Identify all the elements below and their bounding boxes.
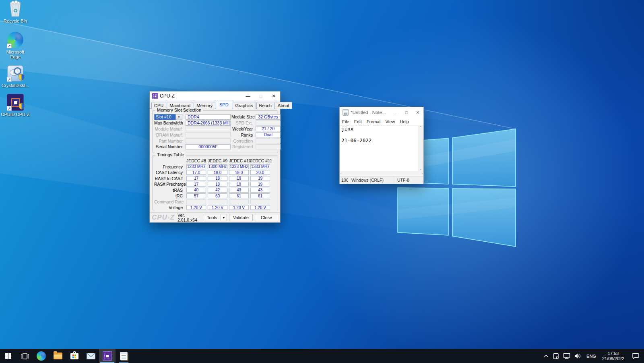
timings-cell[interactable]: 17 <box>186 182 206 187</box>
week-year-field[interactable]: 21 / 20 <box>256 126 281 131</box>
taskbar-edge-button[interactable] <box>33 349 50 363</box>
field-label: Registered <box>231 144 255 149</box>
tab-graphics[interactable]: Graphics <box>233 102 256 109</box>
timings-row-label: RAS# to CAS# <box>154 176 185 181</box>
desktop-icon-crystaldiskinfo[interactable]: ↗ CrystalDiskI... <box>0 64 31 88</box>
tab-about[interactable]: About <box>275 102 292 109</box>
close-app-button[interactable]: Close <box>255 214 278 221</box>
timings-cell[interactable]: 20.0 <box>250 170 270 175</box>
notepad-titlebar[interactable]: *Untitled - Note... — □ ✕ <box>340 107 423 118</box>
part-number-field <box>186 138 231 143</box>
timings-cell[interactable]: 1300 MHz <box>208 164 227 169</box>
timings-cell[interactable]: 1.20 V <box>208 205 227 210</box>
notepad-statusbar: 100% Windows (CRLF) UTF-8 <box>340 176 423 184</box>
scroll-down-icon[interactable]: ⌄ <box>419 167 422 171</box>
task-view-button[interactable] <box>17 349 33 363</box>
start-button[interactable] <box>0 349 17 363</box>
taskbar-store-button[interactable] <box>66 349 83 363</box>
timings-cell[interactable]: 19.0 <box>229 170 249 175</box>
cpuz-footer: CPU-Z Ver. 2.01.0.x64 Tools ▼ Validate C… <box>150 213 280 222</box>
clock[interactable]: 17:53 21/06/2022 <box>599 349 627 363</box>
recycle-bin-icon: ♻ <box>6 0 24 18</box>
action-center-button[interactable] <box>627 349 644 363</box>
timings-cell[interactable]: 1333 MHz <box>250 164 270 169</box>
desktop-icon-cpuz[interactable]: ↗ CPUID CPU-Z <box>0 93 31 117</box>
tools-button[interactable]: Tools <box>203 214 221 221</box>
tray-volume-button[interactable] <box>572 349 583 363</box>
group-title: Memory Slot Selection <box>155 108 203 112</box>
timings-cell[interactable]: 61 <box>229 193 249 198</box>
desktop-icon-label: CrystalDiskI... <box>2 83 29 88</box>
menu-file[interactable]: File <box>340 119 352 124</box>
timings-cell[interactable]: 42 <box>208 188 227 193</box>
maximize-button[interactable]: □ <box>401 110 412 115</box>
timings-cell[interactable]: 18 <box>208 182 227 187</box>
menu-help[interactable]: Help <box>397 119 411 124</box>
timings-cell[interactable]: 43 <box>250 188 270 193</box>
timings-cell[interactable]: 60 <box>208 193 227 198</box>
timings-table-group: Timings Table JEDEC #8 JEDEC #9 JEDEC #1… <box>152 155 278 210</box>
field-label: Part Number <box>154 139 185 143</box>
timings-cell[interactable]: 17.0 <box>186 170 206 175</box>
taskbar-cpuz-button[interactable] <box>99 349 116 363</box>
timings-cell[interactable]: 40 <box>186 188 206 193</box>
tray-network-button[interactable] <box>561 349 572 363</box>
chevron-down-icon[interactable]: ▼ <box>175 114 182 120</box>
tab-spd[interactable]: SPD <box>216 101 232 109</box>
serial-number-field[interactable]: 0000005F <box>186 144 231 149</box>
desktop-icon-recycle-bin[interactable]: ♻ Recycle Bin <box>0 0 31 24</box>
scroll-up-icon[interactable]: ⌃ <box>419 126 422 130</box>
timings-cell[interactable]: 1233 MHz <box>186 164 206 169</box>
timings-cell[interactable]: 19 <box>229 176 249 181</box>
scroll-right-icon[interactable]: › <box>421 172 423 176</box>
timings-cell[interactable]: 61 <box>250 193 270 198</box>
taskbar-file-explorer-button[interactable] <box>50 349 66 363</box>
minimize-button[interactable]: — <box>242 93 254 98</box>
timings-cell[interactable]: 1333 MHz <box>229 164 249 169</box>
registered-field <box>256 144 281 149</box>
module-type-field[interactable]: DDR4 <box>186 114 231 120</box>
timings-cell[interactable]: 1.20 V <box>186 205 206 210</box>
field-label: Serial Number <box>154 144 185 149</box>
timings-cell[interactable]: 1.20 V <box>250 205 270 210</box>
timings-row-label: Frequency <box>154 164 185 169</box>
timings-cell[interactable]: 19 <box>250 176 270 181</box>
tray-device-button[interactable] <box>551 349 561 363</box>
timings-cell[interactable]: 17 <box>186 176 206 181</box>
timings-cell[interactable]: 19 <box>250 182 270 187</box>
scroll-left-icon[interactable]: ‹ <box>341 172 342 176</box>
minimize-button[interactable]: — <box>390 110 401 115</box>
vertical-scrollbar[interactable]: ⌃ ⌄ <box>418 126 423 171</box>
edge-icon <box>37 351 46 361</box>
close-button[interactable]: ✕ <box>412 110 423 115</box>
timings-cell[interactable]: 57 <box>186 193 206 198</box>
timings-row-label: CAS# Latency <box>154 170 185 175</box>
desktop-icon-edge[interactable]: ↗ Microsoft Edge <box>0 31 31 60</box>
ranks-field[interactable]: Dual <box>256 132 281 137</box>
module-size-field[interactable]: 32 GBytes <box>256 114 281 120</box>
timings-cell[interactable]: 1.20 V <box>229 205 249 210</box>
timings-cell[interactable]: 19 <box>229 182 249 187</box>
menu-edit[interactable]: Edit <box>352 119 364 124</box>
timings-cell[interactable]: 43 <box>229 188 249 193</box>
taskbar-mail-button[interactable] <box>83 349 99 363</box>
tools-dropdown-arrow[interactable]: ▼ <box>221 214 227 221</box>
field-label: Max Bandwidth <box>154 120 185 125</box>
menu-format[interactable]: Format <box>364 119 383 124</box>
timings-cell[interactable]: 18 <box>208 176 227 181</box>
tray-chevron-up[interactable] <box>542 349 551 363</box>
validate-button[interactable]: Validate <box>229 214 253 221</box>
horizontal-scrollbar[interactable]: ‹ › <box>340 171 423 176</box>
cpuz-titlebar[interactable]: CPU-Z — □ ✕ <box>150 91 280 100</box>
taskbar-notepad-button[interactable] <box>116 349 132 363</box>
tab-bench[interactable]: Bench <box>256 102 275 109</box>
language-indicator[interactable]: ENG <box>583 349 599 363</box>
timings-cell[interactable]: 18.0 <box>208 170 227 175</box>
menu-view[interactable]: View <box>383 119 398 124</box>
slot-select-dropdown[interactable]: Slot #10 ▼ <box>154 114 182 120</box>
notepad-text-area[interactable]: jinx 21-06-2022 <box>340 126 418 171</box>
speaker-icon <box>574 353 581 359</box>
max-bandwidth-field[interactable]: DDR4-2666 (1333 MHz) <box>186 120 231 126</box>
close-button[interactable]: ✕ <box>267 93 280 99</box>
cpuz-app-icon: ↗ <box>6 93 24 111</box>
